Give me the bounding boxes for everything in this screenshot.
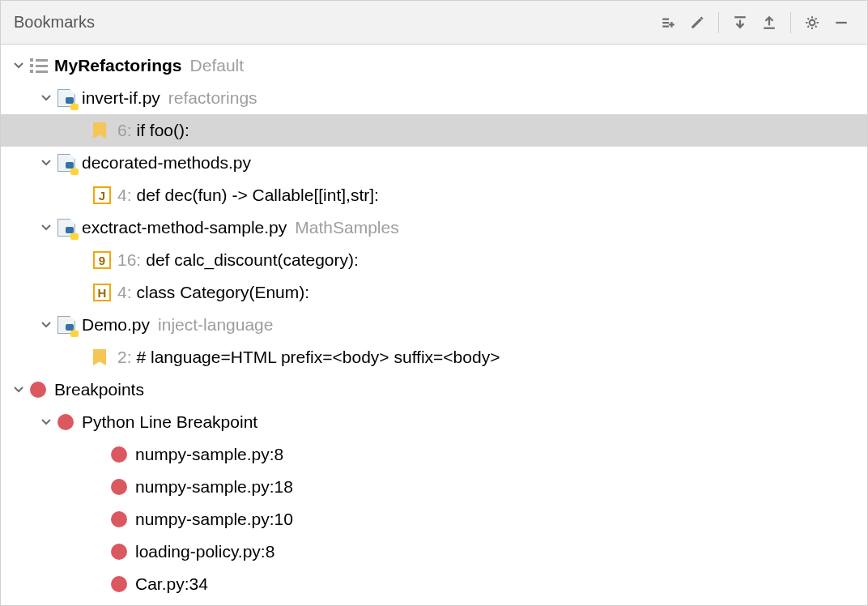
- breakpoint-location: numpy-sample.py:10: [135, 510, 293, 529]
- file-name: decorated-methods.py: [82, 153, 251, 173]
- breakpoint-icon: [57, 414, 82, 430]
- breakpoint-item[interactable]: Car.py:34: [1, 568, 867, 600]
- breakpoints-node[interactable]: Breakpoints: [1, 373, 867, 406]
- bookmark-mnemonic-icon: H: [93, 284, 117, 301]
- breakpoint-icon: [111, 576, 135, 592]
- bookmark-list-node[interactable]: MyRefactorings Default: [1, 49, 867, 82]
- breakpoint-icon: [30, 382, 54, 398]
- breakpoint-icon: [111, 479, 135, 495]
- toolbar: [653, 8, 856, 37]
- bookmark-mnemonic-icon: J: [93, 186, 117, 204]
- bookmark-item[interactable]: 6:if foo():: [1, 114, 867, 147]
- minimize-icon: [834, 15, 849, 30]
- breakpoint-group-node[interactable]: Python Line Breakpoint: [1, 406, 867, 438]
- python-file-icon: [57, 219, 82, 237]
- gear-icon: [805, 15, 819, 30]
- panel-title: Bookmarks: [14, 13, 653, 32]
- breakpoint-location: loading-policy.py:8: [135, 542, 274, 561]
- file-name: Demo.py: [82, 315, 150, 335]
- breakpoint-location: Car.py:34: [135, 574, 208, 594]
- breakpoint-icon: [111, 446, 135, 463]
- file-hint: refactorings: [168, 88, 257, 108]
- bookmark-text: def calc_discount(category):: [146, 250, 359, 270]
- collapse-all-button[interactable]: [755, 8, 784, 37]
- file-name: invert-if.py: [82, 88, 160, 108]
- toolbar-separator: [718, 12, 719, 33]
- chevron-down-icon[interactable]: [40, 416, 57, 429]
- bookmark-mnemonic-icon: 9: [93, 251, 117, 269]
- python-file-icon: [57, 89, 82, 107]
- bookmark-flag-icon: [93, 349, 117, 365]
- breakpoint-icon: [111, 511, 135, 527]
- bookmark-item[interactable]: J4:def dec(fun) -> Callable[[int],str]:: [1, 179, 867, 211]
- bookmark-item[interactable]: 2:# language=HTML prefix=<body> suffix=<…: [1, 341, 867, 373]
- list-hint: Default: [190, 56, 245, 75]
- line-number: 2:: [117, 348, 132, 367]
- hide-button[interactable]: [827, 8, 856, 37]
- edit-button[interactable]: [683, 8, 712, 37]
- line-number: 6:: [117, 121, 132, 140]
- file-hint: inject-language: [158, 315, 273, 335]
- file-node[interactable]: exctract-method-sample.pyMathSamples: [1, 211, 867, 244]
- breakpoint-icon: [111, 544, 135, 560]
- list-name: MyRefactorings: [54, 56, 182, 75]
- settings-button[interactable]: [798, 8, 827, 37]
- bookmark-text: # language=HTML prefix=<body> suffix=<bo…: [137, 348, 500, 367]
- breakpoint-item[interactable]: numpy-sample.py:10: [1, 503, 867, 536]
- python-file-icon: [57, 316, 82, 334]
- breakpoint-location: numpy-sample.py:8: [135, 445, 283, 464]
- line-number: 16:: [117, 250, 141, 270]
- bookmark-text: def dec(fun) -> Callable[[int],str]:: [137, 186, 379, 205]
- chevron-down-icon[interactable]: [40, 221, 57, 234]
- file-node[interactable]: decorated-methods.py: [1, 147, 867, 179]
- expand-all-icon: [733, 15, 747, 30]
- breakpoint-location: numpy-sample.py:18: [135, 477, 293, 497]
- expand-all-button[interactable]: [725, 8, 755, 37]
- chevron-down-icon[interactable]: [40, 92, 57, 105]
- breakpoints-label: Breakpoints: [54, 380, 144, 399]
- chevron-down-icon[interactable]: [40, 156, 57, 169]
- file-node[interactable]: invert-if.pyrefactorings: [1, 82, 867, 114]
- pencil-icon: [690, 15, 704, 30]
- breakpoint-item[interactable]: numpy-sample.py:8: [1, 438, 867, 471]
- bookmarks-tree[interactable]: MyRefactorings Default invert-if.pyrefac…: [1, 45, 867, 600]
- breakpoint-item[interactable]: loading-policy.py:8: [1, 536, 867, 568]
- bookmark-item[interactable]: H4:class Category(Enum):: [1, 276, 867, 309]
- add-list-icon: [661, 15, 675, 30]
- breakpoint-item[interactable]: numpy-sample.py:18: [1, 471, 867, 503]
- chevron-down-icon[interactable]: [12, 59, 30, 72]
- line-number: 4:: [117, 186, 132, 205]
- toolbar-separator: [790, 12, 791, 33]
- list-icon: [30, 58, 54, 73]
- file-name: exctract-method-sample.py: [82, 218, 287, 237]
- bookmark-item[interactable]: 916:def calc_discount(category):: [1, 244, 867, 276]
- bookmark-flag-icon: [93, 122, 117, 139]
- bookmark-text: class Category(Enum):: [137, 283, 310, 302]
- breakpoint-group-label: Python Line Breakpoint: [82, 412, 257, 432]
- bookmark-text: if foo():: [137, 121, 189, 140]
- file-hint: MathSamples: [295, 218, 398, 237]
- collapse-all-icon: [762, 15, 777, 30]
- chevron-down-icon[interactable]: [40, 318, 57, 331]
- file-node[interactable]: Demo.pyinject-language: [1, 309, 867, 341]
- add-list-button[interactable]: [653, 8, 683, 37]
- python-file-icon: [57, 154, 82, 172]
- titlebar: Bookmarks: [1, 1, 867, 45]
- chevron-down-icon[interactable]: [12, 383, 30, 396]
- line-number: 4:: [117, 283, 132, 302]
